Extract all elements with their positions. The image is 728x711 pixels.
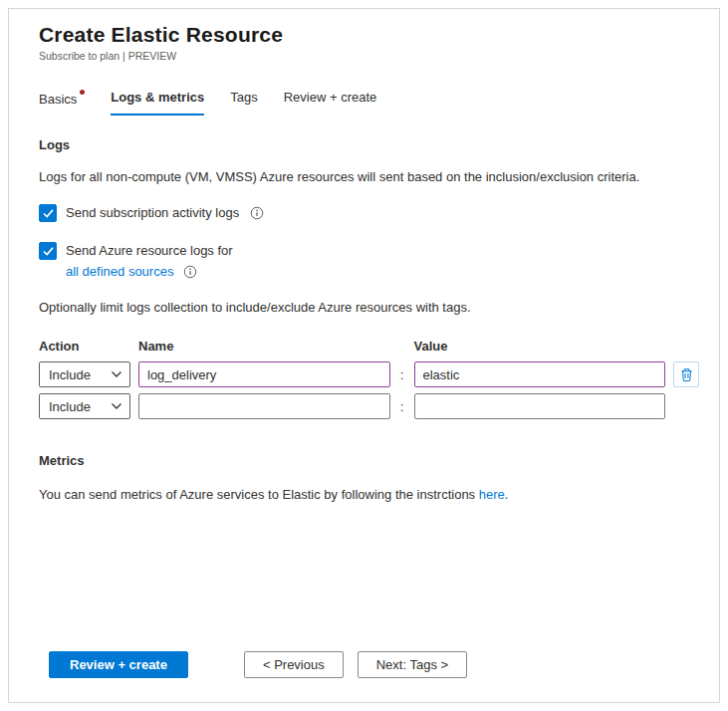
metrics-section: Metrics You can send metrics of Azure se… <box>9 425 719 504</box>
resource-logs-text: Send Azure resource logs for all defined… <box>66 242 233 279</box>
send-activity-logs-checkbox[interactable] <box>39 204 57 222</box>
action-dropdown-value: Include <box>49 399 91 414</box>
send-resource-logs-checkbox[interactable] <box>39 242 57 260</box>
tag-table-header: Action Name Value <box>9 339 719 354</box>
tab-tags-label: Tags <box>230 90 257 105</box>
info-icon-glyph <box>250 206 264 220</box>
metrics-here-link[interactable]: here <box>479 487 505 502</box>
logs-heading: Logs <box>9 137 719 152</box>
tab-review-create-label: Review + create <box>284 90 377 105</box>
action-dropdown[interactable]: Include <box>39 393 130 419</box>
name-column-header: Name <box>138 339 390 354</box>
create-resource-panel: Create Elastic Resource Subscribe to pla… <box>8 8 720 703</box>
tab-bar: Basics Logs & metrics Tags Review + crea… <box>9 90 719 116</box>
metrics-heading: Metrics <box>9 453 719 468</box>
footer-actions: Review + create < Previous Next: Tags > <box>9 651 719 702</box>
next-tags-button[interactable]: Next: Tags > <box>358 651 467 678</box>
tag-row: Include : <box>9 361 719 387</box>
tag-separator: : <box>398 399 406 414</box>
basics-validation-dot <box>80 90 85 95</box>
resource-logs-row: Send Azure resource logs for all defined… <box>9 242 719 279</box>
metrics-text-before: You can send metrics of Azure services t… <box>39 487 479 502</box>
activity-logs-row: Send subscription activity logs <box>9 204 719 222</box>
tab-basics-label: Basics <box>39 92 77 107</box>
chevron-down-icon <box>111 370 122 378</box>
action-column-header: Action <box>39 339 130 354</box>
info-icon[interactable] <box>250 206 264 220</box>
tag-name-input[interactable] <box>138 393 390 419</box>
tag-value-input[interactable] <box>414 393 666 419</box>
check-icon <box>43 247 54 256</box>
action-dropdown-value: Include <box>49 367 91 382</box>
tab-tags[interactable]: Tags <box>230 90 257 116</box>
tags-note: Optionally limit logs collection to incl… <box>9 299 719 317</box>
tag-name-input[interactable] <box>138 361 390 387</box>
review-create-button[interactable]: Review + create <box>49 651 188 678</box>
check-icon <box>43 209 54 218</box>
metrics-description: You can send metrics of Azure services t… <box>9 486 719 504</box>
tab-logs-metrics[interactable]: Logs & metrics <box>111 90 204 116</box>
info-icon[interactable] <box>183 265 197 279</box>
tag-value-input[interactable] <box>414 361 666 387</box>
chevron-down-icon <box>111 402 122 410</box>
tag-separator: : <box>398 367 406 382</box>
page-header: Create Elastic Resource Subscribe to pla… <box>9 23 719 62</box>
resource-logs-link-line: all defined sources <box>66 264 233 279</box>
logs-description: Logs for all non-compute (VM, VMSS) Azur… <box>9 168 719 186</box>
tab-logs-metrics-label: Logs & metrics <box>111 90 204 105</box>
info-icon-glyph <box>183 265 197 279</box>
tab-review-create[interactable]: Review + create <box>284 90 377 116</box>
value-column-header: Value <box>414 339 666 354</box>
tag-row: Include : <box>9 393 719 419</box>
tab-basics[interactable]: Basics <box>39 90 85 116</box>
all-defined-sources-link[interactable]: all defined sources <box>66 264 173 279</box>
delete-row-button[interactable] <box>673 361 699 387</box>
page-title: Create Elastic Resource <box>39 23 689 47</box>
resource-logs-label: Send Azure resource logs for <box>66 242 233 260</box>
logs-section: Logs Logs for all non-compute (VM, VMSS)… <box>9 116 719 425</box>
metrics-text-after: . <box>505 487 509 502</box>
previous-button[interactable]: < Previous <box>244 651 344 678</box>
activity-logs-label: Send subscription activity logs <box>66 204 239 222</box>
action-dropdown[interactable]: Include <box>39 361 130 387</box>
page-subtitle: Subscribe to plan | PREVIEW <box>39 50 689 62</box>
trash-icon <box>679 367 694 382</box>
